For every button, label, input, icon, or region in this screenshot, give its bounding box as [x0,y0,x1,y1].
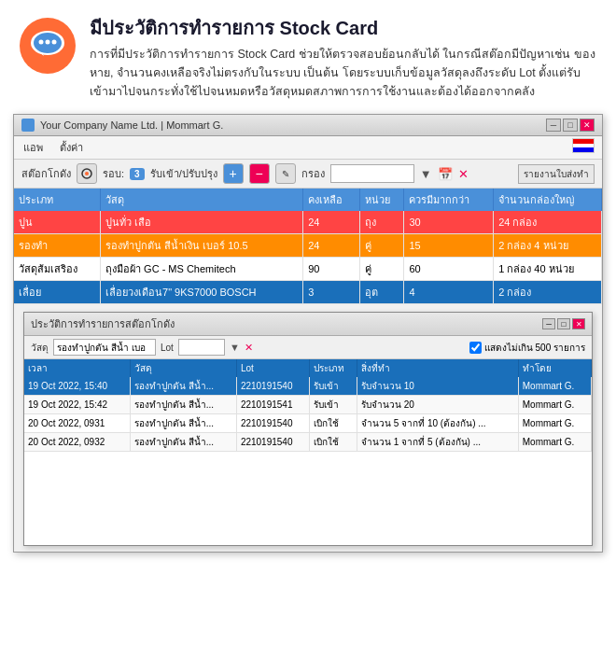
menu-bar: แอพ ตั้งค่า [14,136,602,160]
minus-button[interactable]: − [249,163,270,184]
main-table: ประเภท วัสดุ คงเหลือ หน่วย ควรมีมากกว่า … [14,189,602,304]
table-cell: Mommart G. [518,433,591,452]
inner-table-wrap: เวลา วัสดุ Lot ประเภท สิ่งที่ทำ ทำโดย 19… [24,359,592,545]
table-cell: จำนวน 1 จากที่ 5 (ต้องกัน) ... [357,433,519,452]
table-cell: 30 [404,211,494,234]
table-cell: 2210191540 [236,377,309,396]
filter-icon[interactable]: ▼ [420,167,432,181]
inner-close-button[interactable]: ✕ [572,318,585,329]
inner-material-input[interactable] [53,339,156,356]
filter-label: กรอง [301,165,325,182]
table-cell: ถุง [359,211,404,234]
edit-button[interactable]: ✎ [275,163,296,184]
inner-window: ประวัติการทำรายการสต๊อกโกดัง ─ □ ✕ วัสดุ… [23,312,593,546]
table-cell: Mommart G. [518,396,591,414]
receive-label: รับเข้า/ปรับปรุง [150,165,217,182]
table-cell: ปูน [14,211,101,234]
table-cell: 19 Oct 2022, 15:40 [24,377,130,396]
count-badge: 3 [130,168,145,180]
minimize-button[interactable]: ─ [546,119,561,132]
table-row[interactable]: 19 Oct 2022, 15:40รองทำปูกตัน สีน้ำ...22… [24,377,592,396]
table-cell: 2210191541 [236,396,309,414]
table-cell: 20 Oct 2022, 0932 [24,433,130,452]
col-remaining: คงเหลือ [303,189,359,211]
maximize-button[interactable]: □ [563,119,578,132]
inner-col-by: ทำโดย [518,359,591,377]
menu-app[interactable]: แอพ [21,138,45,157]
icon-btn-1[interactable] [77,163,97,184]
table-cell: คู่ [359,234,404,258]
limit-checkbox[interactable] [469,342,482,354]
table-cell: รับจำนวน 10 [357,377,519,396]
table-cell: 4 [404,281,494,304]
sku-label: สต๊อกโกดัง [21,165,71,182]
inner-col-type: ประเภท [310,359,357,377]
svg-point-3 [39,40,44,45]
svg-point-8 [85,172,89,175]
table-cell: รองทำปูกตัน สีน้ำเงิน เบอร์ 10.5 [101,234,303,258]
table-row[interactable]: ปูนปูนทั่ว เสือ24ถุง3024 กล่อง [14,211,602,234]
col-material: วัสดุ [101,189,303,211]
inner-lot-input[interactable] [178,339,225,356]
table-row[interactable]: วัสดุส้มเสริองถุงมือผ้า GC - MS Chemitec… [14,258,602,281]
header-text: มีประวัติการทำรายการ Stock Card การที่มี… [90,17,597,101]
table-row[interactable]: รองทำรองทำปูกตัน สีน้ำเงิน เบอร์ 10.524ค… [14,234,602,258]
main-window-titlebar: Your Company Name Ltd. | Mommart G. ─ □ … [14,115,602,136]
main-table-header: ประเภท วัสดุ คงเหลือ หน่วย ควรมีมากกว่า … [14,189,602,211]
inner-minimize-button[interactable]: ─ [542,318,555,329]
table-cell: 15 [404,234,494,258]
table-cell: รับจำนวน 20 [357,396,519,414]
inner-table-padding [24,452,592,545]
table-cell: 19 Oct 2022, 15:42 [24,396,130,414]
menu-settings[interactable]: ตั้งค่า [58,138,85,157]
table-cell: 2 กล่อง [494,281,602,304]
inner-window-title: ประวัติการทำรายการสต๊อกโกดัง [31,315,175,332]
limit-checkbox-label: แสดงไม่เกิน 500 รายการ [469,341,585,355]
inner-clear-icon[interactable]: ✕ [245,342,253,354]
table-cell: รองทำปูกตัน สีน้ำ... [130,396,236,414]
close-button[interactable]: ✕ [580,119,595,132]
table-cell: 2210191540 [236,433,309,452]
inner-window-titlebar: ประวัติการทำรายการสต๊อกโกดัง ─ □ ✕ [24,313,592,336]
table-cell: Mommart G. [518,377,591,396]
table-cell: 2 กล่อง 4 หน่วย [494,234,602,258]
inner-window-wrap: ประวัติการทำรายการสต๊อกโกดัง ─ □ ✕ วัสดุ… [23,312,593,546]
table-cell: 3 [303,281,359,304]
inner-filter-icon[interactable]: ▼ [230,342,240,353]
col-box: จำนวนกล่องใหญ่ [494,189,602,211]
add-button[interactable]: + [223,163,244,184]
table-cell: รองทำ [14,234,101,258]
table-cell: รองทำปูกตัน สีน้ำ... [130,433,236,452]
clear-filter-icon[interactable]: ✕ [458,167,469,181]
inner-maximize-button[interactable]: □ [557,318,570,329]
filter-input[interactable] [330,164,414,183]
page-title: มีประวัติการทำรายการ Stock Card [90,17,597,39]
table-cell: รองทำปูกตัน สีน้ำ... [130,377,236,396]
table-row[interactable]: เลื่อยเลื่อยวงเดือน7" 9KS7000 BOSCH3อุต4… [14,281,602,304]
table-cell: Mommart G. [518,414,591,433]
table-cell: 24 [303,234,359,258]
table-cell: 20 Oct 2022, 0931 [24,414,130,433]
table-cell: 90 [303,258,359,281]
table-cell: เลื่อยวงเดือน7" 9KS7000 BOSCH [101,281,303,304]
svg-point-4 [46,40,50,45]
main-toolbar: สต๊อกโกดัง รอบ: 3 รับเข้า/ปรับปรุง + − ✎… [14,160,602,189]
table-cell: ปูนทั่ว เสือ [101,211,303,234]
table-cell: 24 [303,211,359,234]
col-type: ประเภท [14,189,101,211]
table-cell: คู่ [359,258,404,281]
table-row[interactable]: 20 Oct 2022, 0932รองทำปูกตัน สีน้ำ...221… [24,433,592,452]
table-row[interactable]: 20 Oct 2022, 0931รองทำปูกตัน สีน้ำ...221… [24,414,592,433]
report-button[interactable]: รายงานใบส่งทำ [518,164,595,184]
table-cell: รับเข้า [310,377,357,396]
table-cell: 24 กล่อง [494,211,602,234]
flag-icon [572,138,595,153]
titlebar-controls: ─ □ ✕ [546,119,595,132]
table-cell: อุต [359,281,404,304]
inner-col-time: เวลา [24,359,130,377]
table-row[interactable]: 19 Oct 2022, 15:42รองทำปูกตัน สีน้ำ...22… [24,396,592,414]
count-label: รอบ: [103,165,124,182]
titlebar-app-icon [21,119,35,132]
titlebar-left: Your Company Name Ltd. | Mommart G. [21,119,223,132]
calendar-icon[interactable]: 📅 [438,167,453,181]
